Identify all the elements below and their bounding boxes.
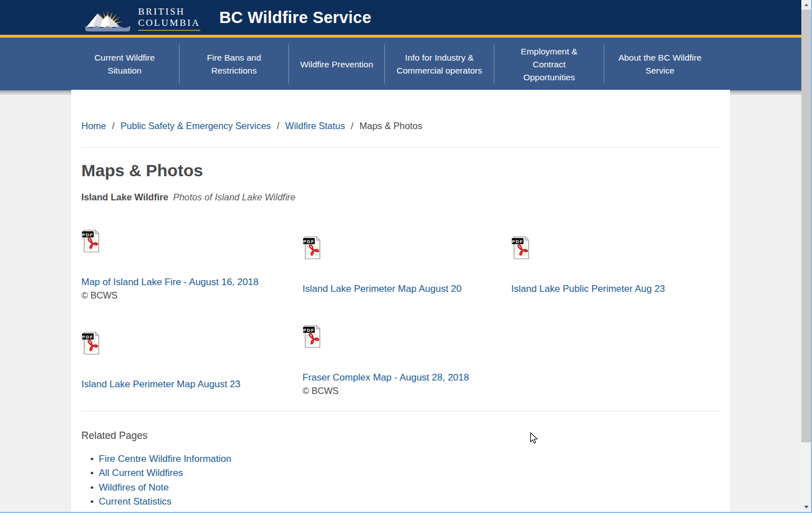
svg-text:PDF: PDF bbox=[82, 232, 94, 237]
nav-item-about-bcws[interactable]: About the BC Wildfire Service bbox=[604, 38, 715, 90]
related-pages-heading: Related Pages bbox=[81, 430, 720, 442]
pdf-file-icon[interactable]: PDF bbox=[302, 236, 323, 262]
document-link[interactable]: Fraser Complex Map - August 28, 2018 bbox=[302, 372, 469, 383]
scrollbar-thumb[interactable] bbox=[801, 10, 811, 442]
svg-text:PDF: PDF bbox=[303, 328, 315, 333]
document-item: PDF Island Lake Perimeter Map August 20 bbox=[302, 217, 511, 313]
related-link-current-statistics[interactable]: Current Statistics bbox=[99, 496, 171, 507]
document-item: PDF Island Lake Perimeter Map August 23 bbox=[81, 313, 302, 408]
breadcrumb-separator: / bbox=[277, 121, 279, 131]
related-link-wildfires-of-note[interactable]: Wildfires of Note bbox=[99, 482, 169, 493]
list-item: Fire Centre Wildfire Information bbox=[81, 452, 720, 466]
list-item: All Current Wildfires bbox=[81, 466, 720, 480]
pdf-file-icon[interactable]: PDF bbox=[302, 324, 323, 351]
site-header: BRITISH COLUMBIA BC Wildfire Service bbox=[0, 0, 811, 35]
collection-caption: Photos of Island Lake Wildfire bbox=[173, 192, 295, 202]
related-pages-list: Fire Centre Wildfire Information All Cur… bbox=[81, 452, 720, 513]
page-title: Maps & Photos bbox=[81, 161, 720, 180]
primary-nav: Current Wildfire Situation Fire Bans and… bbox=[0, 38, 811, 90]
nav-item-fire-bans-restrictions[interactable]: Fire Bans and Restrictions bbox=[180, 38, 288, 90]
related-link-fire-centre-info[interactable]: Fire Centre Wildfire Information bbox=[99, 454, 231, 464]
document-link[interactable]: Island Lake Perimeter Map August 20 bbox=[302, 283, 462, 295]
site-title-link[interactable]: BC Wildfire Service bbox=[219, 8, 371, 27]
scroll-down-button[interactable] bbox=[801, 502, 811, 512]
vertical-scrollbar[interactable] bbox=[801, 0, 811, 512]
brand-line-columbia: COLUMBIA bbox=[138, 17, 200, 31]
collection-title: Island Lake Wildfire bbox=[81, 192, 168, 202]
breadcrumb-separator: / bbox=[112, 121, 115, 131]
related-link-maps-and-photos[interactable]: Maps and Photos bbox=[99, 510, 173, 513]
document-link[interactable]: Map of Island Lake Fire - August 16, 201… bbox=[81, 277, 259, 288]
list-item: Maps and Photos bbox=[81, 509, 720, 513]
nav-item-info-industry[interactable]: Info for Industry & Commercial operators bbox=[385, 38, 494, 90]
browser-viewport: BRITISH COLUMBIA BC Wildfire Service Cur… bbox=[0, 0, 812, 513]
breadcrumb: Home / Public Safety & Emergency Service… bbox=[81, 121, 720, 131]
brand-line-british: BRITISH bbox=[138, 6, 200, 17]
divider bbox=[81, 147, 720, 148]
document-grid-empty-cell bbox=[511, 313, 720, 408]
nav-item-employment-contract[interactable]: Employment & Contract Opportunities bbox=[494, 38, 604, 90]
nav-item-current-wildfire-situation[interactable]: Current Wildfire Situation bbox=[70, 38, 179, 90]
pdf-file-icon[interactable]: PDF bbox=[81, 229, 102, 255]
related-link-all-current-wildfires[interactable]: All Current Wildfires bbox=[99, 468, 183, 478]
page-content: Home / Public Safety & Emergency Service… bbox=[71, 90, 730, 513]
document-item: PDF Map of Island Lake Fire - August 16,… bbox=[81, 217, 302, 313]
breadcrumb-separator: / bbox=[351, 121, 354, 131]
nav-item-wildfire-prevention[interactable]: Wildfire Prevention bbox=[289, 38, 384, 90]
list-item: Wildfires of Note bbox=[81, 480, 720, 494]
breadcrumb-link-wildfire-status[interactable]: Wildfire Status bbox=[285, 121, 345, 131]
nav-inner: Current Wildfire Situation Fire Bans and… bbox=[70, 38, 811, 90]
svg-text:PDF: PDF bbox=[512, 239, 524, 244]
breadcrumb-link-public-safety[interactable]: Public Safety & Emergency Services bbox=[121, 121, 271, 131]
svg-text:PDF: PDF bbox=[82, 334, 94, 339]
breadcrumb-current: Maps & Photos bbox=[360, 121, 423, 131]
document-link[interactable]: Island Lake Public Perimeter Aug 23 bbox=[511, 283, 665, 295]
document-link[interactable]: Island Lake Perimeter Map August 23 bbox=[81, 379, 241, 390]
arrow-down-icon bbox=[804, 506, 809, 509]
document-grid: PDF Map of Island Lake Fire - August 16,… bbox=[81, 217, 720, 408]
pdf-file-icon[interactable]: PDF bbox=[81, 331, 102, 358]
arrow-up-icon bbox=[804, 3, 809, 6]
document-credit: © BCWS bbox=[81, 291, 117, 301]
bc-gov-sunburst-icon bbox=[83, 2, 132, 33]
divider bbox=[81, 411, 720, 411]
bc-gov-logo[interactable]: BRITISH COLUMBIA bbox=[83, 2, 200, 33]
document-item: PDF Fraser Complex Map - August 28, 2018… bbox=[302, 313, 511, 408]
list-item: Current Statistics bbox=[81, 494, 720, 509]
pdf-file-icon[interactable]: PDF bbox=[511, 236, 531, 262]
breadcrumb-link-home[interactable]: Home bbox=[81, 121, 106, 131]
document-item: PDF Island Lake Public Perimeter Aug 23 bbox=[511, 217, 720, 313]
collection-subtitle: Island Lake Wildfire Photos of Island La… bbox=[81, 192, 720, 203]
scroll-up-button[interactable] bbox=[801, 0, 811, 10]
document-credit: © BCWS bbox=[302, 386, 338, 396]
svg-text:PDF: PDF bbox=[303, 239, 315, 244]
